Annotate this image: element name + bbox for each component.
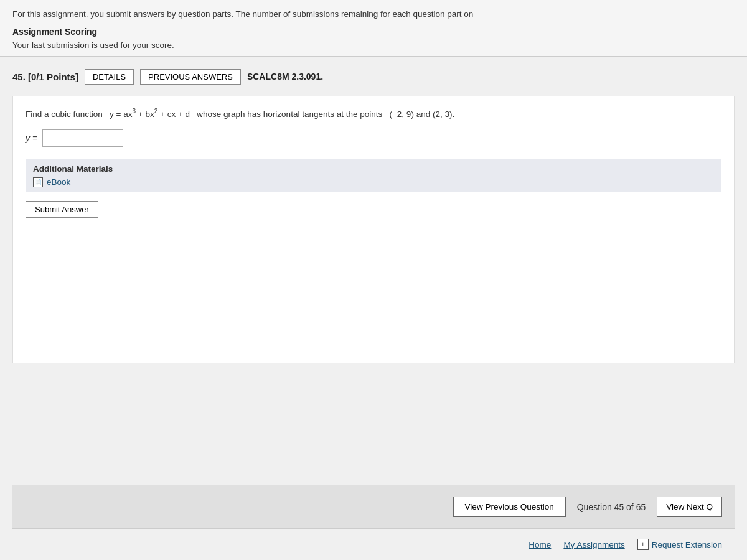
scoring-subtitle: Your last submission is used for your sc… [12,40,735,50]
content-area: 45. [0/1 Points] DETAILS PREVIOUS ANSWER… [0,57,747,560]
question-text: Find a cubic function y = ax3 + bx2 + cx… [26,106,721,121]
question-box: Find a cubic function y = ax3 + bx2 + cx… [12,96,735,363]
scoring-title: Assignment Scoring [12,27,735,37]
details-button[interactable]: DETAILS [85,69,134,85]
additional-materials-title: Additional Materials [33,164,714,174]
question-counter: Question 45 of 65 [566,502,657,512]
submit-answer-button[interactable]: Submit Answer [26,201,98,218]
navigation-bar: View Previous Question Question 45 of 65… [12,485,735,528]
footer-bar: Home My Assignments + Request Extension [12,528,735,560]
view-previous-question-button[interactable]: View Previous Question [453,497,566,517]
answer-input[interactable] [42,129,123,147]
question-header: 45. [0/1 Points] DETAILS PREVIOUS ANSWER… [12,69,735,85]
ebook-label: eBook [47,177,70,187]
previous-answers-button[interactable]: PREVIOUS ANSWERS [140,69,241,85]
instruction-text: For this assignment, you submit answers … [12,9,735,21]
extension-icon: + [637,539,649,550]
request-extension-link[interactable]: + Request Extension [637,539,722,550]
ebook-icon: 📄 [33,177,43,187]
my-assignments-link[interactable]: My Assignments [563,540,624,549]
submit-area: Submit Answer [26,192,721,224]
main-container: For this assignment, you submit answers … [0,0,747,560]
additional-materials-section: Additional Materials 📄 eBook [26,159,721,192]
answer-row: y = [26,129,721,147]
y-label: y = [26,133,37,143]
request-extension-label: Request Extension [652,540,722,549]
top-info-bar: For this assignment, you submit answers … [0,0,747,57]
question-code: SCALC8M 2.3.091. [247,72,323,82]
question-number: 45. [0/1 Points] [12,72,78,82]
home-link[interactable]: Home [529,540,551,549]
view-next-question-button[interactable]: View Next Q [657,497,722,517]
ebook-link[interactable]: 📄 eBook [33,177,714,187]
